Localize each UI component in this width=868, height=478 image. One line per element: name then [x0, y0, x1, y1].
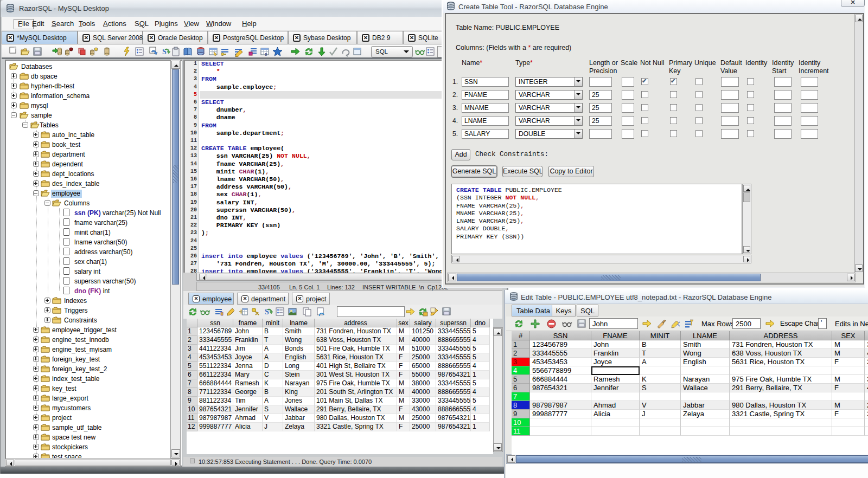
svg-text:0: 0 — [265, 52, 267, 57]
